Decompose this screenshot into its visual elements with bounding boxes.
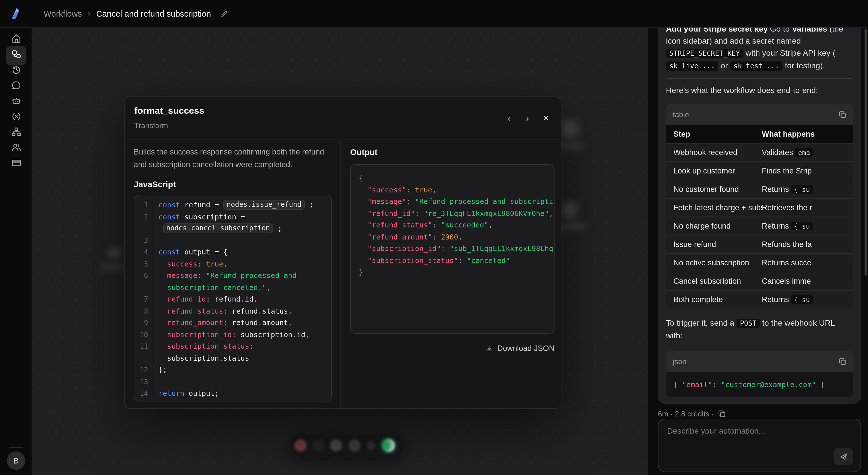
line-number: 12 bbox=[134, 364, 153, 376]
table-row: Webhook receivedValidates ema bbox=[666, 143, 853, 161]
text-segment: output = { bbox=[180, 247, 228, 256]
what-happens-cell: Refunds the la bbox=[762, 240, 853, 249]
text-segment: return bbox=[158, 389, 184, 397]
download-json-button[interactable]: Download JSON bbox=[350, 344, 555, 353]
app-logo[interactable] bbox=[0, 0, 32, 27]
what-happens-cell: Returns { su bbox=[762, 185, 853, 194]
step-cell: Look up customer bbox=[666, 167, 762, 175]
pencil-icon bbox=[220, 9, 228, 18]
code-line: subscription.status bbox=[158, 352, 331, 364]
sidebar-item-history[interactable] bbox=[6, 63, 26, 79]
copy-message-button[interactable] bbox=[718, 410, 725, 418]
history-icon bbox=[11, 64, 22, 78]
inline-code: ema bbox=[795, 148, 813, 157]
text-segment: true bbox=[206, 259, 223, 268]
panel-scrollbar[interactable] bbox=[865, 29, 867, 276]
table-row: No charge foundReturns { su bbox=[666, 216, 853, 235]
node-description: Builds the success response confirming b… bbox=[134, 146, 332, 171]
text-segment: const bbox=[158, 201, 180, 209]
step-cell: No active subscription bbox=[666, 259, 762, 267]
code-line: return output; bbox=[158, 388, 331, 399]
output-json-line: "refund_id": "re_3TEqgFL1kxmgxL9806KVmOh… bbox=[359, 208, 554, 219]
copy-icon bbox=[839, 111, 846, 118]
breadcrumb-workflows[interactable]: Workflows bbox=[43, 9, 82, 18]
sidebar-item-billing[interactable] bbox=[6, 156, 26, 172]
table-row: Look up customerFinds the Strip bbox=[666, 161, 853, 180]
inline-code: { su bbox=[791, 222, 813, 230]
toolbar-control[interactable] bbox=[348, 439, 361, 451]
text-segment: refund_amount bbox=[158, 318, 223, 327]
user-avatar[interactable]: B bbox=[7, 451, 25, 470]
toolbar-control[interactable] bbox=[382, 439, 395, 452]
line-number: 13 bbox=[134, 376, 153, 388]
text-segment: "subscription_id" bbox=[359, 244, 441, 253]
text-segment: subscription bbox=[241, 330, 292, 338]
text-segment: const bbox=[158, 212, 180, 221]
text-segment: Variables bbox=[792, 28, 827, 33]
toolbar-control[interactable] bbox=[313, 440, 324, 451]
text-segment: , bbox=[489, 220, 493, 229]
output-json-line: "message": "Refund processed and subscri… bbox=[359, 196, 554, 208]
sidebar-item-workflow[interactable] bbox=[6, 46, 26, 65]
sidebar-item-bot[interactable] bbox=[6, 94, 26, 110]
text-segment: , bbox=[305, 330, 310, 338]
prev-node-button[interactable]: ‹ bbox=[501, 110, 517, 126]
inline-code: { su bbox=[791, 185, 813, 194]
line-number bbox=[134, 352, 153, 364]
text-segment: refund = bbox=[180, 201, 223, 209]
what-happens-cell: Cancels imme bbox=[762, 277, 853, 286]
canvas-toolbar[interactable] bbox=[289, 434, 404, 456]
output-json-line: { bbox=[359, 172, 554, 184]
text-segment: ; bbox=[273, 224, 282, 233]
logo-icon bbox=[9, 6, 24, 21]
text-segment: : bbox=[223, 318, 232, 327]
sidebar-item-chat[interactable] bbox=[6, 79, 26, 94]
text-segment: Finds the Strip bbox=[762, 167, 812, 175]
rename-button[interactable] bbox=[220, 9, 228, 18]
close-button[interactable]: ✕ bbox=[538, 110, 554, 126]
composer-placeholder: Describe your automation... bbox=[667, 426, 765, 435]
sidebar-item-variables[interactable] bbox=[6, 110, 26, 125]
toolbar-control[interactable] bbox=[294, 439, 307, 451]
automation-prompt-input[interactable]: Describe your automation... bbox=[658, 419, 861, 472]
copy-table-button[interactable] bbox=[839, 111, 846, 118]
text-segment: true bbox=[415, 185, 432, 194]
table-card-label: table bbox=[673, 110, 689, 119]
text-segment: "success" bbox=[359, 185, 406, 194]
inline-code: nodes.issue_refund bbox=[223, 200, 305, 210]
top-bar: Workflows › Cancel and refund subscripti… bbox=[0, 0, 868, 28]
line-numbers: 1234567891011121314 bbox=[134, 195, 153, 401]
node-title: format_success bbox=[134, 106, 205, 116]
table-row: Cancel subscriptionCancels imme bbox=[666, 272, 853, 290]
inline-code: sk_test_... bbox=[730, 61, 782, 71]
line-number: 2 bbox=[134, 211, 153, 223]
code-column: Builds the success response confirming b… bbox=[125, 141, 341, 408]
sidebar-item-org-chart[interactable] bbox=[6, 125, 26, 141]
code-line: message: "Refund processed and bbox=[158, 270, 331, 282]
line-number bbox=[134, 223, 153, 235]
text-segment: with your Stripe API key ( bbox=[743, 48, 836, 57]
sidebar-item-people[interactable] bbox=[6, 141, 26, 156]
message-divider bbox=[667, 78, 852, 79]
billing-icon bbox=[11, 157, 22, 171]
code-line: success: true, bbox=[158, 258, 331, 270]
copy-json-button[interactable] bbox=[839, 358, 846, 365]
text-segment: , bbox=[288, 318, 292, 327]
toolbar-control[interactable] bbox=[367, 441, 375, 450]
table-header-row: StepWhat happens bbox=[666, 125, 853, 143]
toolbar-control[interactable] bbox=[330, 439, 342, 451]
line-number: 6 bbox=[134, 270, 153, 282]
code-line bbox=[158, 376, 331, 388]
text-segment: , bbox=[432, 185, 437, 194]
step-cell: No customer found bbox=[666, 185, 762, 194]
text-segment: . bbox=[219, 354, 223, 362]
send-button[interactable] bbox=[834, 448, 853, 465]
text-segment: } bbox=[359, 268, 363, 276]
next-node-button[interactable]: › bbox=[520, 110, 536, 126]
sidebar-item-home[interactable] bbox=[6, 32, 26, 48]
text-segment: subscription_status bbox=[158, 342, 249, 350]
text-segment: "subscription_status" bbox=[359, 256, 458, 265]
text-segment: , bbox=[458, 232, 462, 241]
text-segment: Returns bbox=[762, 222, 791, 230]
code-editor[interactable]: 1234567891011121314 const refund = nodes… bbox=[134, 195, 332, 402]
